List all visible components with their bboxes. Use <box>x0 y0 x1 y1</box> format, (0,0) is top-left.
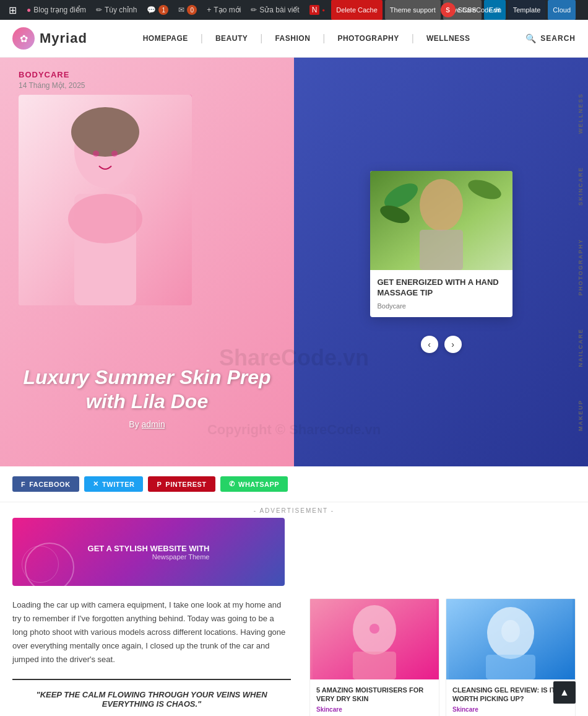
search-area[interactable]: 🔍 SEARCH <box>525 33 576 43</box>
article-main: Loading the car up with camera equipment… <box>12 598 291 716</box>
featured-card-category[interactable]: Bodycare <box>378 302 505 310</box>
whatsapp-share-button[interactable]: ✆ WHATSAPP <box>220 476 288 492</box>
nav-fashion[interactable]: FASHION <box>275 34 310 43</box>
ad-label: - ADVERTISEMENT - <box>12 507 576 514</box>
nav-homepage[interactable]: HOMEPAGE <box>143 34 188 43</box>
related-card-1[interactable]: 5 AMAZING MOISTURISERS FOR VERY DRY SKIN… <box>309 598 439 716</box>
sharecode-logo-letter: S <box>446 7 450 14</box>
whatsapp-icon: ✆ <box>229 480 235 488</box>
svg-point-20 <box>501 620 520 642</box>
twitter-label: TWITTER <box>102 481 134 488</box>
hero-category[interactable]: Bodycare <box>19 70 69 79</box>
related-card-cat-1[interactable]: Skincare <box>316 706 433 713</box>
related-card-cat-2[interactable]: Skincare <box>452 706 569 713</box>
sharecode-logo-icon: S <box>441 2 456 17</box>
blog-title: Blog trạng điểm <box>33 6 86 14</box>
nav-photography[interactable]: PHOTOGRAPHY <box>337 34 399 43</box>
delete-cache-button[interactable]: Delete Cache <box>331 0 383 20</box>
ad-section: - ADVERTISEMENT - GET A STYLISH WEBSITE … <box>0 502 588 586</box>
share-bar: f FACEBOOK ✕ TWITTER P PINTEREST ✆ WHATS… <box>0 466 588 502</box>
theme-support-button[interactable]: Theme support <box>385 0 441 20</box>
svg-rect-19 <box>486 655 535 679</box>
sidebar-makeup[interactable]: MAKEUP <box>577 399 584 431</box>
plus-icon: + <box>207 6 211 14</box>
sidebar-photography[interactable]: PHOTOGRAPHY <box>577 238 584 295</box>
featured-card-image <box>370 171 512 270</box>
search-icon: 🔍 <box>525 33 537 43</box>
hero-image <box>19 95 192 305</box>
edit-post-label: Sửa bài viết <box>259 6 299 14</box>
wp-icon-item[interactable]: ⊞ <box>5 0 20 20</box>
card-prev-button[interactable]: ‹ <box>421 336 438 353</box>
related-card-title-2: CLEANSING GEL REVIEW: IS IT WORTH PICKIN… <box>452 686 569 704</box>
facebook-share-button[interactable]: f FACEBOOK <box>12 476 79 492</box>
cloud-button[interactable]: Cloud <box>548 0 576 20</box>
vertical-sidebar: WELLNESS SKINCARE PHOTOGRAPHY NAILCARE M… <box>573 58 588 466</box>
whatsapp-label: WHATSAPP <box>238 481 279 488</box>
search-label: SEARCH <box>540 34 576 43</box>
hero-section: Bodycare 14 Tháng Một, 2025 <box>0 58 588 466</box>
card-next-button[interactable]: › <box>444 336 462 353</box>
sidebar-wellness[interactable]: WELLNESS <box>577 93 584 134</box>
delete-cache-label: Delete Cache <box>336 6 378 14</box>
svg-point-16 <box>370 624 379 634</box>
pinterest-share-button[interactable]: P PINTEREST <box>148 476 215 492</box>
sidebar-skincare[interactable]: SKINCARE <box>577 167 584 206</box>
customize-item[interactable]: ✏ Tùy chỉnh <box>92 0 141 20</box>
site-logo[interactable]: ✿ Myriad <box>12 27 87 50</box>
newspaper-item[interactable]: N ● <box>306 0 329 20</box>
sharecode-brand: S ShareCode.vn <box>441 0 501 20</box>
related-img-2-svg <box>449 599 573 679</box>
twitter-icon: ✕ <box>93 480 99 488</box>
featured-image-svg <box>370 171 512 270</box>
logo-icon: ✿ <box>12 27 35 50</box>
cloud-label: Cloud <box>553 6 571 14</box>
article-quote: "KEEP THE CALM FLOWING THROUGH YOUR VEIN… <box>12 679 291 716</box>
card-nav: ‹ › <box>421 336 462 353</box>
featured-card-title: GET ENERGIZED WITH A HAND MASSAGE TIP <box>378 277 505 299</box>
facebook-label: FACEBOOK <box>29 481 70 488</box>
posts-item[interactable]: ✉ 0 <box>175 0 201 20</box>
hero-text-overlay: Luxury Summer Skin Prep with Lila Doe By… <box>0 353 294 442</box>
logo-text: Myriad <box>40 30 87 46</box>
site-header: ✿ Myriad HOMEPAGE | BEAUTY | FASHION | P… <box>0 20 588 58</box>
scroll-to-top-button[interactable]: ▲ <box>553 681 576 704</box>
pinterest-icon: P <box>157 481 162 488</box>
blog-title-item[interactable]: ● Blog trạng điểm <box>23 0 90 20</box>
featured-card[interactable]: GET ENERGIZED WITH A HAND MASSAGE TIP Bo… <box>370 171 512 317</box>
comment-icon: 💬 <box>147 6 156 14</box>
ad-sub-text: Newspaper Theme <box>88 553 210 561</box>
hero-author-link[interactable]: admin <box>142 419 165 429</box>
comments-item[interactable]: 💬 1 <box>143 0 172 20</box>
hero-date: 14 Tháng Một, 2025 <box>19 81 85 90</box>
article-content: Loading the car up with camera equipment… <box>0 598 588 716</box>
sidebar-nailcare[interactable]: NAILCARE <box>577 328 584 367</box>
edit-post-item[interactable]: ✏ Sửa bài viết <box>247 0 303 20</box>
newspaper-icon: N <box>309 5 320 15</box>
related-card-image-1 <box>310 599 439 679</box>
svg-rect-15 <box>353 652 396 679</box>
related-posts: 5 AMAZING MOISTURISERS FOR VERY DRY SKIN… <box>309 598 576 716</box>
blog-icon: ● <box>27 6 31 14</box>
new-post-item[interactable]: + Tạo mới <box>203 0 244 20</box>
nav-beauty[interactable]: BEAUTY <box>215 34 248 43</box>
hero-author: By admin <box>12 419 282 429</box>
hero-left: Bodycare 14 Tháng Một, 2025 <box>0 58 294 466</box>
ad-banner[interactable]: GET A STYLISH WEBSITE WITH Newspaper The… <box>12 518 285 586</box>
svg-point-8 <box>420 179 463 231</box>
customize-label: Tùy chỉnh <box>105 6 137 14</box>
template-button[interactable]: Template <box>508 0 546 20</box>
nav-wellness[interactable]: WELLNESS <box>426 34 470 43</box>
post-icon: ✉ <box>178 6 184 14</box>
admin-bar: ⊞ ● Blog trạng điểm ✏ Tùy chỉnh 💬 1 ✉ 0 … <box>0 0 588 20</box>
ad-circle-2 <box>22 546 59 583</box>
svg-point-5 <box>93 151 99 157</box>
twitter-share-button[interactable]: ✕ TWITTER <box>84 476 144 492</box>
hero-image-svg <box>19 95 192 305</box>
comments-count: 1 <box>158 5 168 15</box>
svg-point-2 <box>71 107 139 157</box>
pencil-icon: ✏ <box>96 6 102 14</box>
related-card-image-2 <box>446 599 575 679</box>
hero-right: WELLNESS SKINCARE PHOTOGRAPHY NAILCARE M… <box>294 58 588 466</box>
main-nav: HOMEPAGE | BEAUTY | FASHION | PHOTOGRAPH… <box>143 33 470 44</box>
